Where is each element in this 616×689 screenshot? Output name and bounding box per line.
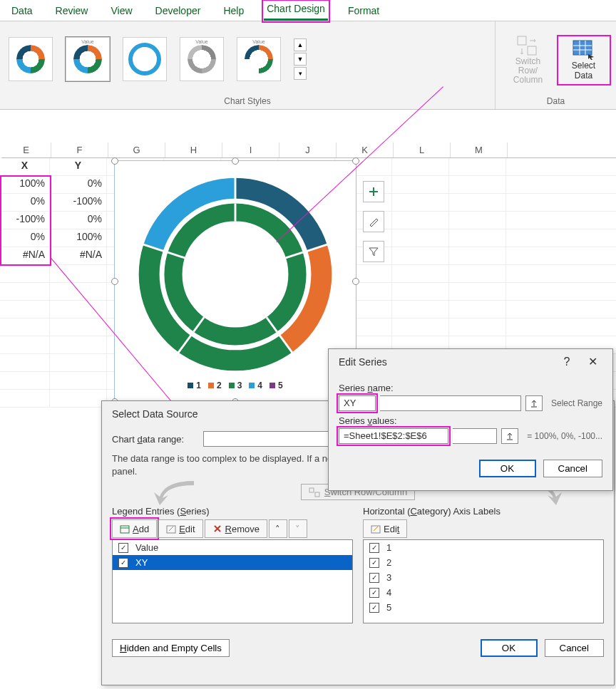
move-up-button[interactable]: ˄ — [269, 519, 287, 538]
col-header-F[interactable]: F — [51, 143, 108, 157]
series-values-range-button[interactable] — [501, 428, 518, 444]
cell[interactable]: #N/A — [0, 247, 50, 264]
svg-rect-0 — [518, 36, 526, 45]
styles-scroll-down[interactable]: ▼ — [294, 53, 307, 66]
col-header-H[interactable]: H — [165, 143, 222, 157]
tab-view[interactable]: View — [108, 4, 135, 21]
col-header-G[interactable]: G — [108, 143, 165, 157]
legend-entries-panel: Legend Entries (Series) Add Edit Remove … — [112, 506, 353, 623]
tab-review[interactable]: Review — [53, 4, 91, 21]
cell[interactable]: 0% — [50, 176, 107, 193]
checkbox[interactable]: ✓ — [369, 573, 379, 583]
styles-scroll-up[interactable]: ▲ — [294, 38, 307, 51]
resize-handle[interactable] — [111, 278, 118, 285]
plus-icon — [368, 186, 379, 197]
close-button[interactable]: ✕ — [580, 355, 605, 368]
list-item[interactable]: ✓3 — [364, 570, 603, 585]
list-item[interactable]: ✓4 — [364, 585, 603, 600]
chart-legend: 1 2 3 4 5 — [115, 380, 356, 390]
resize-handle[interactable] — [352, 157, 359, 165]
chart-elements-button[interactable] — [363, 181, 384, 202]
checkbox[interactable]: ✓ — [369, 588, 379, 598]
categories-listbox[interactable]: ✓1 ✓2 ✓3 ✓4 ✓5 — [363, 539, 604, 623]
cell[interactable]: -100% — [0, 212, 50, 229]
series-values-input[interactable]: =Sheet1!$E$2:$E$6 — [339, 428, 448, 444]
remove-series-button[interactable]: Remove — [205, 519, 267, 538]
chart-object[interactable]: 1 2 3 4 5 — [114, 160, 356, 403]
tab-chart-design[interactable]: Chart Design — [264, 1, 328, 21]
checkbox[interactable]: ✓ — [118, 543, 128, 553]
svg-point-7 — [163, 202, 309, 348]
svg-rect-23 — [120, 526, 129, 533]
ribbon-body: Value Value Value ▲ ▼ ▾ Chart Styles Swi… — [0, 21, 616, 110]
cell[interactable]: 0% — [0, 229, 50, 247]
help-button[interactable]: ? — [554, 356, 580, 368]
chart-style-2[interactable]: Value — [66, 37, 110, 81]
cell[interactable]: 0% — [0, 194, 50, 211]
cell-F-header[interactable]: Y — [50, 158, 107, 175]
chart-style-5[interactable]: Value — [237, 37, 281, 81]
chart-filters-button[interactable] — [363, 241, 384, 262]
svg-rect-26 — [371, 526, 380, 533]
chevron-up-icon: ˄ — [275, 524, 280, 534]
checkbox[interactable]: ✓ — [118, 558, 128, 568]
cell[interactable]: 0% — [50, 212, 107, 229]
tab-help[interactable]: Help — [220, 4, 247, 21]
list-item[interactable]: ✓XY — [113, 555, 352, 570]
doughnut-chart[interactable] — [128, 171, 342, 378]
chart-style-4[interactable]: Value — [180, 37, 224, 81]
data-group: Switch Row/ Column Select Data Data — [495, 21, 616, 109]
edit-axis-labels-button[interactable]: Edit — [363, 519, 407, 538]
col-header-I[interactable]: I — [222, 143, 279, 157]
tab-data[interactable]: Data — [9, 4, 36, 21]
col-header-J[interactable]: J — [279, 143, 337, 157]
cell[interactable]: -100% — [50, 194, 107, 211]
edit-series-ok-button[interactable]: OK — [479, 460, 536, 477]
checkbox[interactable]: ✓ — [369, 543, 379, 553]
edit-series-title: Edit Series — [339, 356, 554, 368]
cell[interactable]: #N/A — [50, 247, 107, 264]
edit-series-button[interactable]: Edit — [158, 519, 202, 538]
checkbox[interactable]: ✓ — [369, 603, 379, 613]
chart-styles-group: Value Value Value ▲ ▼ ▾ Chart Styles — [0, 21, 495, 109]
select-data-button[interactable]: Select Data — [559, 37, 609, 83]
col-header-L[interactable]: L — [394, 143, 451, 157]
edit-series-dialog: Edit Series ? ✕ Series name: XY Select R… — [328, 348, 613, 491]
resize-handle[interactable] — [232, 157, 239, 165]
series-name-range-button[interactable] — [525, 395, 543, 411]
tab-developer[interactable]: Developer — [153, 4, 204, 21]
chart-style-3[interactable] — [123, 37, 167, 81]
chart-styles-button[interactable] — [363, 211, 384, 232]
checkbox[interactable]: ✓ — [369, 558, 379, 568]
list-item[interactable]: ✓Value — [113, 540, 352, 555]
chevron-down-icon: ˅ — [295, 524, 300, 534]
arrow-left-icon — [151, 480, 201, 507]
series-values-label: Series values: — [339, 415, 602, 426]
styles-scroll-more[interactable]: ▾ — [294, 67, 307, 80]
brush-icon — [368, 216, 379, 227]
sds-cancel-button[interactable]: Cancel — [545, 639, 605, 657]
list-item[interactable]: ✓1 — [364, 540, 603, 555]
col-header-E[interactable]: E — [1, 143, 51, 157]
col-header-K[interactable]: K — [337, 143, 394, 157]
cell-E-header[interactable]: X — [0, 158, 50, 175]
resize-handle[interactable] — [352, 278, 359, 285]
hidden-empty-cells-button[interactable]: Hidden and Empty Cells — [112, 639, 230, 657]
chart-style-1[interactable] — [9, 37, 53, 81]
funnel-icon — [368, 246, 379, 257]
edit-series-cancel-button[interactable]: Cancel — [543, 460, 603, 477]
list-item[interactable]: ✓2 — [364, 555, 603, 570]
cell[interactable]: 100% — [0, 176, 50, 193]
sds-ok-button[interactable]: OK — [481, 639, 538, 657]
resize-handle[interactable] — [111, 157, 118, 165]
tab-format[interactable]: Format — [345, 4, 382, 21]
edit-icon — [371, 524, 381, 534]
list-item[interactable]: ✓5 — [364, 600, 603, 615]
series-listbox[interactable]: ✓Value ✓XY — [112, 539, 353, 623]
series-name-input[interactable]: XY — [339, 395, 376, 411]
cell[interactable]: 100% — [50, 229, 107, 247]
svg-point-8 — [173, 212, 297, 336]
axis-labels-panel: Horizontal (Category) Axis Labels Edit ✓… — [363, 506, 604, 623]
add-series-button[interactable]: Add — [112, 519, 157, 538]
col-header-M[interactable]: M — [451, 143, 508, 157]
